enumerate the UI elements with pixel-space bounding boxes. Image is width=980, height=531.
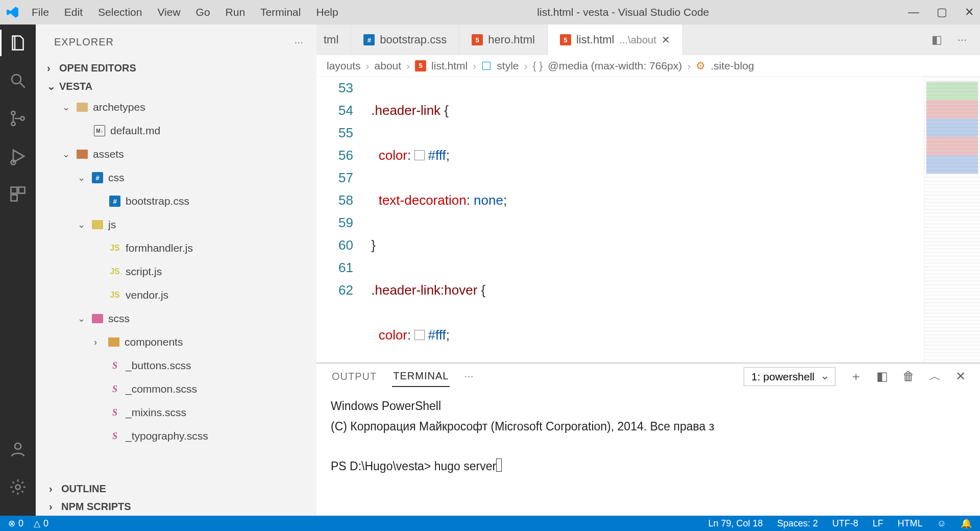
menu-bar: File Edit Selection View Go Run Terminal…: [32, 6, 338, 18]
svg-point-1: [11, 111, 15, 115]
extensions-icon[interactable]: [9, 185, 27, 203]
status-lncol[interactable]: Ln 79, Col 18: [708, 518, 763, 529]
terminal-cursor: [496, 458, 502, 472]
section-open-editors[interactable]: ›OPEN EDITORS: [36, 59, 316, 77]
git-icon[interactable]: [9, 109, 27, 128]
folder-js[interactable]: ⌄js: [48, 213, 316, 236]
new-terminal-icon[interactable]: ＋: [850, 368, 862, 384]
debug-icon[interactable]: [9, 147, 27, 165]
window-title: list.html - vesta - Visual Studio Code: [338, 6, 908, 18]
editor-area[interactable]: 53545556575859606162 .header-link { colo…: [316, 77, 980, 363]
svg-point-0: [12, 75, 21, 84]
split-editor-icon[interactable]: ◧: [932, 33, 942, 46]
folder-archetypes[interactable]: ⌄archetypes: [48, 95, 316, 119]
panel-more-icon[interactable]: ···: [464, 370, 473, 383]
file-buttons-scss[interactable]: S_buttons.scss: [48, 354, 316, 377]
file-script-js[interactable]: JSscript.js: [48, 260, 316, 283]
file-tree: ⌄archetypes M↓default.md ⌄assets ⌄#css #…: [36, 95, 316, 448]
section-outline[interactable]: ›OUTLINE: [36, 480, 316, 498]
file-mixins-scss[interactable]: S_mixins.scss: [48, 401, 316, 424]
breadcrumb[interactable]: layouts› about› 5list.html› style› { }@m…: [316, 55, 980, 77]
menu-edit[interactable]: Edit: [64, 6, 83, 18]
tab-hero[interactable]: 5hero.html: [459, 25, 548, 55]
svg-point-9: [16, 485, 20, 490]
split-terminal-icon[interactable]: ◧: [876, 369, 888, 383]
html5-icon: 5: [415, 60, 426, 71]
terminal-output[interactable]: Windows PowerShell (C) Корпорация Майкро…: [316, 389, 980, 516]
status-lang[interactable]: HTML: [898, 518, 923, 529]
menu-terminal[interactable]: Terminal: [260, 6, 301, 18]
bell-icon[interactable]: 🔔: [961, 518, 972, 529]
menu-view[interactable]: View: [157, 6, 180, 18]
panel-tab-output[interactable]: OUTPUT: [331, 367, 378, 387]
file-common-scss[interactable]: S_common.scss: [48, 377, 316, 401]
trash-icon[interactable]: 🗑: [902, 369, 915, 383]
color-swatch-icon: [414, 150, 425, 160]
svg-point-3: [20, 116, 24, 120]
symbol-style-icon: [481, 61, 492, 71]
explorer-icon[interactable]: [9, 34, 27, 52]
tab-bootstrap[interactable]: #bootstrap.css: [351, 25, 459, 55]
svg-point-8: [15, 443, 21, 449]
editor-tabs: tml #bootstrap.css 5hero.html 5list.html…: [316, 25, 980, 55]
settings-icon[interactable]: [9, 478, 27, 496]
vscode-logo-icon: [6, 6, 19, 19]
feedback-icon[interactable]: ☺: [937, 518, 946, 529]
file-default-md[interactable]: M↓default.md: [48, 119, 316, 142]
svg-rect-5: [11, 187, 17, 194]
code-lines[interactable]: .header-link { color: #fff; text-decorat…: [368, 77, 924, 363]
minimize-icon[interactable]: —: [908, 6, 919, 19]
status-warnings[interactable]: △0: [34, 518, 48, 529]
tab-list-active[interactable]: 5list.html...\about✕: [548, 25, 683, 55]
chevron-up-icon[interactable]: ︿: [929, 368, 941, 384]
folder-components[interactable]: ›components: [48, 330, 316, 354]
tab-close-icon[interactable]: ✕: [662, 34, 670, 46]
folder-assets[interactable]: ⌄assets: [48, 142, 316, 166]
file-vendor-js[interactable]: JSvendor.js: [48, 283, 316, 307]
file-typography-scss[interactable]: S_typography.scss: [48, 424, 316, 448]
css3-icon: #: [363, 34, 375, 45]
section-npm[interactable]: ›NPM SCRIPTS: [36, 498, 316, 516]
folder-scss[interactable]: ⌄scss: [48, 307, 316, 330]
html5-icon: 5: [472, 34, 483, 45]
account-icon[interactable]: [9, 440, 27, 458]
status-bar: ⊗0 △0 Ln 79, Col 18 Spaces: 2 UTF-8 LF H…: [0, 516, 980, 531]
minimap[interactable]: [924, 77, 980, 363]
activity-bar: [0, 25, 36, 516]
search-icon[interactable]: [9, 71, 27, 90]
menu-help[interactable]: Help: [316, 6, 338, 18]
menu-go[interactable]: Go: [196, 6, 210, 18]
terminal-select[interactable]: 1: powershell: [744, 367, 836, 386]
menu-selection[interactable]: Selection: [98, 6, 142, 18]
panel: OUTPUT TERMINAL ··· 1: powershell ＋ ◧ 🗑 …: [316, 363, 980, 516]
close-icon[interactable]: ✕: [965, 6, 974, 19]
menu-run[interactable]: Run: [226, 6, 246, 18]
svg-rect-10: [483, 62, 491, 69]
maximize-icon[interactable]: ▢: [937, 6, 947, 19]
symbol-braces-icon: { }: [532, 60, 543, 72]
folder-css[interactable]: ⌄#css: [48, 166, 316, 189]
svg-rect-6: [19, 187, 25, 194]
line-numbers: 53545556575859606162: [316, 77, 368, 363]
sidebar-explorer: EXPLORER ··· ›OPEN EDITORS ⌄VESTA ⌄arche…: [36, 25, 316, 516]
color-swatch-icon: [414, 330, 425, 340]
error-icon: ⊗: [8, 518, 15, 529]
html5-icon: 5: [560, 34, 571, 45]
tab-partial[interactable]: tml: [316, 25, 351, 55]
symbol-selector-icon: ⚙: [696, 60, 705, 72]
sidebar-more-icon[interactable]: ···: [294, 36, 303, 48]
title-bar: File Edit Selection View Go Run Terminal…: [0, 0, 980, 25]
status-errors[interactable]: ⊗0: [8, 518, 23, 529]
svg-point-2: [11, 122, 15, 126]
panel-close-icon[interactable]: ✕: [955, 369, 966, 383]
status-eol[interactable]: LF: [873, 518, 884, 529]
status-encoding[interactable]: UTF-8: [832, 518, 859, 529]
menu-file[interactable]: File: [32, 6, 49, 18]
tab-more-icon[interactable]: ···: [958, 33, 967, 46]
svg-rect-7: [11, 195, 17, 201]
status-spaces[interactable]: Spaces: 2: [777, 518, 818, 529]
panel-tab-terminal[interactable]: TERMINAL: [392, 366, 450, 387]
file-formhandler-js[interactable]: JSformhandler.js: [48, 236, 316, 260]
section-project[interactable]: ⌄VESTA: [36, 77, 316, 95]
file-bootstrap-css[interactable]: #bootstrap.css: [48, 189, 316, 213]
